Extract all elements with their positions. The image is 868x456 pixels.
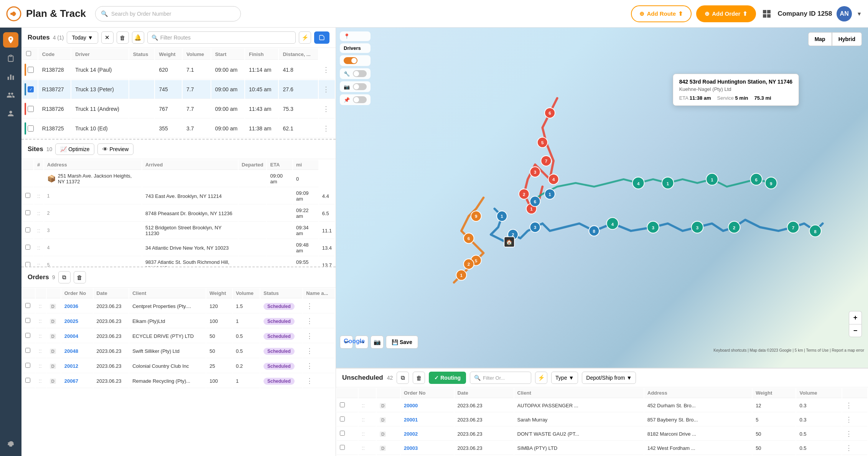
toggle-4[interactable] <box>353 96 367 103</box>
add-route-button[interactable]: ⊕ Add Route ⬆ <box>631 5 692 22</box>
depot-dropdown[interactable]: Depot/Ship from ▼ <box>582 372 636 384</box>
route-checkbox[interactable] <box>28 125 34 132</box>
filter-unscheduled-input[interactable]: 🔍 Filter Or... <box>470 372 531 384</box>
routing-button[interactable]: ✓ Routing <box>429 372 466 384</box>
drag-handle[interactable]: :: <box>362 445 365 451</box>
un-checkbox[interactable] <box>340 402 345 407</box>
type-dropdown[interactable]: Type ▼ <box>551 372 578 384</box>
order-number-link[interactable]: 20004 <box>64 333 78 339</box>
un-menu-btn[interactable]: ⋮ <box>845 444 852 452</box>
order-menu-btn[interactable]: ⋮ <box>306 362 313 370</box>
drag-handle[interactable]: :: <box>362 402 365 408</box>
order-checkbox[interactable] <box>25 318 30 323</box>
order-checkbox[interactable] <box>25 363 30 368</box>
un-checkbox[interactable] <box>340 445 345 450</box>
delete-unscheduled-btn[interactable]: 🗑 <box>413 372 425 384</box>
order-menu-btn[interactable]: ⋮ <box>306 347 313 355</box>
order-number-link[interactable]: 20012 <box>64 363 78 369</box>
user-avatar[interactable]: AN <box>837 6 852 21</box>
route-checkbox[interactable]: ✓ <box>28 86 34 92</box>
site-checkbox[interactable] <box>25 245 30 250</box>
un-menu-btn[interactable]: ⋮ <box>845 416 852 423</box>
drag-handle[interactable]: :: <box>39 348 42 354</box>
preview-button[interactable]: 👁 Preview <box>97 143 133 155</box>
order-number-link[interactable]: 20025 <box>64 318 78 324</box>
filter-unscheduled-btn[interactable]: ⚡ <box>535 372 547 384</box>
order-checkbox[interactable] <box>25 348 30 353</box>
toggle-1[interactable] <box>344 57 357 64</box>
drag-handle[interactable]: :: <box>362 431 365 437</box>
optimize-button[interactable]: 📈 Optimize <box>55 143 94 155</box>
select-all-routes[interactable] <box>26 51 31 56</box>
order-number-link[interactable]: 20067 <box>64 378 78 384</box>
un-order-link[interactable]: 20002 <box>404 431 418 437</box>
dropdown-chevron[interactable]: ▼ <box>856 11 862 17</box>
order-number-link[interactable]: 20036 <box>64 303 78 309</box>
drag-handle[interactable]: :: <box>37 227 40 234</box>
add-order-button[interactable]: ⊕ Add Order ⬆ <box>696 5 756 22</box>
today-button[interactable]: Today ▼ <box>67 31 98 44</box>
map-view-button[interactable]: Map <box>808 32 832 46</box>
route-checkbox[interactable] <box>28 67 34 73</box>
site-checkbox[interactable] <box>25 210 30 215</box>
drag-handle[interactable]: :: <box>39 363 42 369</box>
table-row[interactable]: R138728 Truck 14 (Paul) 620 7.1 09:00 am… <box>22 61 335 79</box>
clear-button[interactable]: ✕ <box>101 31 114 44</box>
copy-unscheduled-btn[interactable]: ⧉ <box>397 372 409 384</box>
camera-btn[interactable]: 📷 <box>371 336 384 349</box>
save-button[interactable]: 💾 Save <box>386 336 418 349</box>
drag-handle[interactable]: :: <box>37 262 40 267</box>
un-checkbox[interactable] <box>340 416 345 421</box>
order-checkbox[interactable] <box>25 378 30 383</box>
search-box[interactable]: 🔍 Search by Order Number <box>95 6 241 21</box>
un-checkbox[interactable] <box>340 431 345 436</box>
drag-handle[interactable]: :: <box>39 333 42 339</box>
delete-button[interactable]: 🗑 <box>117 31 129 44</box>
filter-routes-input[interactable]: 🔍 Filter Routes <box>147 31 296 44</box>
route-menu-btn[interactable]: ⋮ <box>323 105 329 113</box>
order-menu-btn[interactable]: ⋮ <box>306 317 313 325</box>
table-row[interactable]: R138726 Truck 11 (Andrew) 767 7.7 09:00 … <box>22 100 335 119</box>
drag-handle[interactable]: :: <box>37 245 40 251</box>
order-menu-btn[interactable]: ⋮ <box>306 377 313 385</box>
site-checkbox[interactable] <box>25 193 30 198</box>
un-order-link[interactable]: 20001 <box>404 417 418 423</box>
order-menu-btn[interactable]: ⋮ <box>306 302 313 310</box>
order-checkbox[interactable] <box>25 333 30 338</box>
drag-handle[interactable]: :: <box>37 210 40 216</box>
toggle-2[interactable] <box>353 70 367 77</box>
order-checkbox[interactable] <box>25 303 30 308</box>
zoom-in-button[interactable]: + <box>849 311 862 324</box>
toggle-3[interactable] <box>353 83 367 90</box>
site-checkbox[interactable] <box>25 262 30 267</box>
map-area[interactable]: 6 5 7 4 3 2 1 9 6 <box>336 28 868 368</box>
un-order-link[interactable]: 20000 <box>404 403 418 408</box>
hybrid-view-button[interactable]: Hybrid <box>832 32 862 46</box>
zoom-out-button[interactable]: − <box>849 324 862 337</box>
drag-handle[interactable]: :: <box>362 416 365 423</box>
copy-orders-btn[interactable]: ⧉ <box>58 271 71 283</box>
route-checkbox[interactable] <box>28 106 34 112</box>
order-menu-btn[interactable]: ⋮ <box>306 332 313 340</box>
filter-icon-btn[interactable]: ⚡ <box>299 31 311 44</box>
drag-handle[interactable]: :: <box>37 193 40 199</box>
notify-button[interactable]: 🔔 <box>132 31 144 44</box>
un-menu-btn[interactable]: ⋮ <box>845 402 852 409</box>
delete-orders-btn[interactable]: 🗑 <box>74 271 86 283</box>
un-menu-btn[interactable]: ⋮ <box>845 430 852 438</box>
sidebar-item-orders[interactable] <box>3 51 18 66</box>
drag-handle[interactable]: :: <box>39 318 42 324</box>
drag-handle[interactable]: :: <box>39 378 42 384</box>
route-menu-btn[interactable]: ⋮ <box>323 66 329 74</box>
un-order-link[interactable]: 20003 <box>404 445 418 451</box>
route-menu-btn[interactable]: ⋮ <box>323 125 329 132</box>
sidebar-item-person[interactable] <box>3 106 18 121</box>
site-checkbox[interactable] <box>25 227 30 232</box>
export-button[interactable] <box>314 31 329 44</box>
table-row[interactable]: ✓ R138727 Truck 13 (Peter) 745 7.7 09:00… <box>22 80 335 99</box>
sidebar-item-users[interactable] <box>3 87 18 103</box>
drag-handle[interactable]: :: <box>39 303 42 309</box>
table-row[interactable]: R138725 Truck 10 (Ed) 355 3.7 09:00 am 1… <box>22 119 335 138</box>
route-menu-btn[interactable]: ⋮ <box>323 86 329 93</box>
order-number-link[interactable]: 20048 <box>64 348 78 354</box>
